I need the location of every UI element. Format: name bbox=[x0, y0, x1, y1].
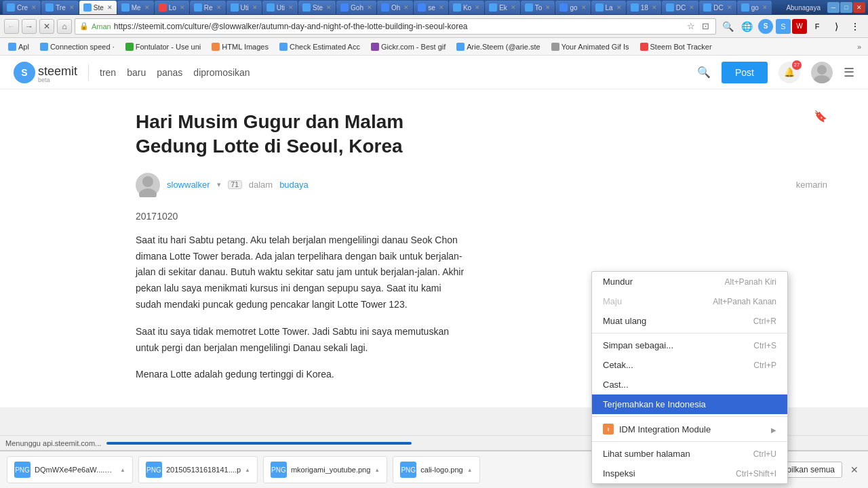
search-icon-btn[interactable]: 🔍 bbox=[719, 18, 736, 35]
tab-t17[interactable]: La✕ bbox=[591, 1, 626, 14]
search-icon-nav[interactable]: 🔍 bbox=[697, 66, 711, 79]
bookmark-item-3[interactable]: HTML Images bbox=[208, 40, 273, 54]
back-button[interactable]: ← bbox=[4, 19, 19, 34]
tab-close-icon[interactable]: ✕ bbox=[252, 4, 258, 11]
tab-t5[interactable]: Lo✕ bbox=[155, 1, 189, 14]
nav-tren[interactable]: tren bbox=[100, 67, 116, 78]
tab-close-icon[interactable]: ✕ bbox=[216, 4, 222, 11]
tab-t16[interactable]: go✕ bbox=[555, 1, 590, 14]
author-avatar[interactable] bbox=[136, 173, 160, 197]
download-item-1[interactable]: PNG201505131618141....p▲ bbox=[138, 456, 258, 483]
tab-close-icon[interactable]: ✕ bbox=[144, 4, 150, 11]
notification-button[interactable]: 🔔 27 bbox=[778, 62, 800, 83]
close-button[interactable]: ✕ bbox=[853, 2, 865, 13]
nav-baru[interactable]: baru bbox=[127, 67, 146, 78]
maximize-button[interactable]: □ bbox=[840, 2, 852, 13]
address-input[interactable]: 🔒 Aman https://steemit.com/culture/@slow… bbox=[75, 18, 716, 35]
tab-close-icon[interactable]: ✕ bbox=[439, 4, 444, 11]
tab-close-icon[interactable]: ✕ bbox=[727, 4, 732, 11]
tab-close-icon[interactable]: ✕ bbox=[403, 4, 409, 11]
tab-close-icon[interactable]: ✕ bbox=[31, 4, 37, 11]
bookmark-item-5[interactable]: Gickr.com - Best gif bbox=[367, 40, 450, 54]
download-chevron-icon[interactable]: ▲ bbox=[245, 467, 250, 473]
tab-t4[interactable]: Me✕ bbox=[117, 1, 154, 14]
bookmark-star-icon[interactable]: ☆ bbox=[685, 20, 697, 33]
tab-close-icon[interactable]: ✕ bbox=[511, 4, 516, 11]
bookmarks-more-button[interactable]: » bbox=[854, 43, 864, 51]
ctx-item-simpan-sebagai...[interactable]: Simpan sebagai...Ctrl+S bbox=[592, 336, 787, 355]
ctx-item-muat-ulang[interactable]: Muat ulangCtrl+R bbox=[592, 311, 787, 331]
user-avatar-nav[interactable] bbox=[811, 62, 833, 83]
tab-close-icon[interactable]: ✕ bbox=[107, 4, 113, 11]
nav-dipromosikan[interactable]: dipromosikan bbox=[193, 67, 250, 78]
ctx-item-cetak...[interactable]: Cetak...Ctrl+P bbox=[592, 355, 787, 375]
tab-close-icon[interactable]: ✕ bbox=[475, 4, 480, 11]
tab-t1[interactable]: Cre✕ bbox=[3, 1, 41, 14]
tab-t19[interactable]: DC✕ bbox=[662, 1, 698, 14]
reader-mode-icon[interactable]: ⊡ bbox=[699, 20, 711, 33]
tab-t2[interactable]: Tre✕ bbox=[41, 1, 79, 14]
tab-close-icon[interactable]: ✕ bbox=[762, 4, 768, 11]
tab-close-icon[interactable]: ✕ bbox=[180, 4, 185, 11]
tab-t11[interactable]: Oh✕ bbox=[377, 1, 413, 14]
hamburger-menu-icon[interactable]: ☰ bbox=[844, 65, 854, 80]
translate-icon-btn[interactable]: 🌐 bbox=[738, 18, 755, 35]
extension-icon-2[interactable]: S bbox=[776, 19, 791, 34]
tab-t12[interactable]: se✕ bbox=[414, 1, 448, 14]
download-chevron-icon[interactable]: ▲ bbox=[374, 467, 380, 473]
ctx-item-terjemahkan-ke-indonesia[interactable]: Terjemahkan ke Indonesia bbox=[592, 394, 787, 414]
author-name[interactable]: slowwalker bbox=[167, 180, 210, 190]
tab-close-icon[interactable]: ✕ bbox=[288, 4, 294, 11]
tab-t21[interactable]: go✕ bbox=[737, 1, 772, 14]
bookmark-item-2[interactable]: Fontulator - Use uni bbox=[121, 40, 205, 54]
tab-close-icon[interactable]: ✕ bbox=[652, 4, 657, 11]
extension-icon-5[interactable]: ⟩ bbox=[827, 18, 845, 35]
home-button[interactable]: ⌂ bbox=[57, 19, 72, 34]
bookmark-item-4[interactable]: Check Estimated Acc bbox=[275, 40, 364, 54]
bookmark-item-8[interactable]: Steem Bot Tracker bbox=[636, 40, 716, 54]
minimize-button[interactable]: ─ bbox=[827, 2, 840, 13]
tab-t8[interactable]: Uti✕ bbox=[262, 1, 298, 14]
tab-close-icon[interactable]: ✕ bbox=[616, 4, 622, 11]
extension-icon-3[interactable]: W bbox=[792, 19, 807, 34]
close-downloads-bar-button[interactable]: ✕ bbox=[848, 462, 861, 478]
category-link[interactable]: budaya bbox=[279, 180, 309, 190]
tab-t7[interactable]: Uti✕ bbox=[226, 1, 262, 14]
tab-t18[interactable]: 18✕ bbox=[627, 1, 661, 14]
tab-t20[interactable]: DC✕ bbox=[699, 1, 736, 14]
bookmark-item-7[interactable]: Your Animated Gif Is bbox=[547, 40, 633, 54]
ctx-item-idm-integration-module[interactable]: IIDM Integration Module▶ bbox=[592, 419, 787, 439]
ctx-item-mundur[interactable]: MundurAlt+Panah Kiri bbox=[592, 272, 787, 291]
tab-t3[interactable]: Ste✕ bbox=[79, 1, 117, 14]
tab-t6[interactable]: Re✕ bbox=[190, 1, 226, 14]
download-item-0[interactable]: PNGDQmWXe4Pe6aW....png▲ bbox=[7, 456, 133, 483]
ctx-item-inspeksi[interactable]: InspeksiCtrl+Shift+I bbox=[592, 464, 787, 483]
post-button[interactable]: Post bbox=[722, 62, 768, 83]
ctx-item-lihat-sumber-halaman[interactable]: Lihat sumber halamanCtrl+U bbox=[592, 444, 787, 464]
download-item-3[interactable]: PNGcali-logo.png▲ bbox=[393, 456, 479, 483]
reload-button[interactable]: ✕ bbox=[39, 19, 54, 34]
tab-t9[interactable]: Ste✕ bbox=[298, 1, 336, 14]
ctx-item-cast...[interactable]: Cast... bbox=[592, 375, 787, 394]
extension-icon-1[interactable]: S bbox=[757, 18, 774, 35]
extension-icon-4[interactable]: F bbox=[808, 18, 826, 35]
download-chevron-icon[interactable]: ▲ bbox=[120, 467, 125, 473]
tab-close-icon[interactable]: ✕ bbox=[69, 4, 75, 11]
tab-t10[interactable]: Goh✕ bbox=[336, 1, 376, 14]
bookmark-item-1[interactable]: Connection speed · bbox=[36, 40, 119, 54]
tab-close-icon[interactable]: ✕ bbox=[581, 4, 587, 11]
download-item-2[interactable]: PNGmkorigami_youtube.png▲ bbox=[263, 456, 387, 483]
download-chevron-icon[interactable]: ▲ bbox=[467, 467, 473, 473]
article-bookmark-icon[interactable]: 🔖 bbox=[814, 110, 827, 123]
bookmark-item-0[interactable]: Apl bbox=[4, 40, 33, 54]
tab-t13[interactable]: Ko✕ bbox=[449, 1, 484, 14]
tab-close-icon[interactable]: ✕ bbox=[545, 4, 551, 11]
nav-panas[interactable]: panas bbox=[157, 67, 182, 78]
tab-close-icon[interactable]: ✕ bbox=[367, 4, 372, 11]
bookmark-item-6[interactable]: Arie.Steem (@arie.ste bbox=[452, 40, 544, 54]
steemit-brand[interactable]: S steemit beta bbox=[14, 62, 77, 83]
menu-button[interactable]: ⋮ bbox=[846, 18, 864, 35]
tab-t15[interactable]: To✕ bbox=[521, 1, 555, 14]
tab-close-icon[interactable]: ✕ bbox=[689, 4, 694, 11]
tab-close-icon[interactable]: ✕ bbox=[326, 4, 332, 11]
